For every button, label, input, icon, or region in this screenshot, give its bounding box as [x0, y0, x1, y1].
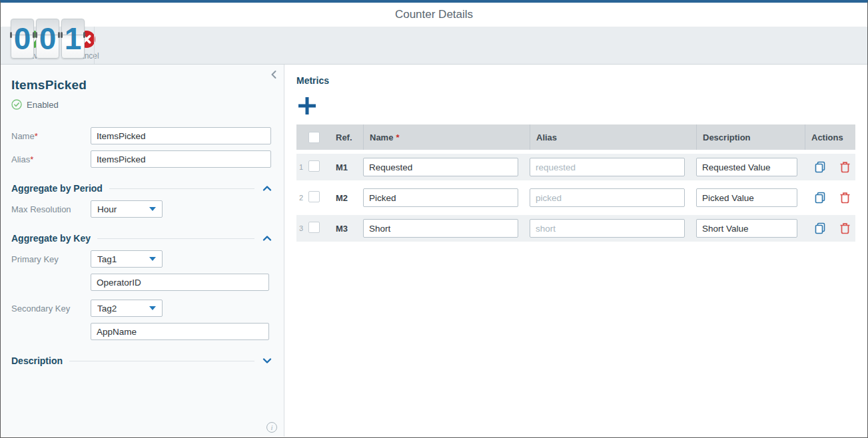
metric-description-cell — [696, 188, 805, 207]
metric-alias-input[interactable] — [530, 219, 685, 238]
hinge-peg — [35, 32, 37, 38]
delete-icon[interactable] — [839, 192, 851, 204]
header-name: Name* — [363, 124, 530, 150]
panel-collapse-icon[interactable] — [268, 69, 280, 81]
delete-icon[interactable] — [839, 161, 851, 173]
secondary-key-row: Secondary Key Tag2 — [11, 300, 273, 317]
metric-name-cell — [363, 219, 530, 238]
dropdown-arrow-icon — [149, 207, 156, 211]
row-select-checkbox[interactable] — [308, 222, 320, 233]
hinge-peg — [33, 32, 35, 38]
metric-actions-cell — [805, 161, 855, 173]
toolbar: 0 0 1 Save Cancel — [1, 27, 867, 65]
copy-icon[interactable] — [814, 192, 826, 204]
delete-icon[interactable] — [839, 222, 851, 234]
primary-key-row: Primary Key Tag1 — [11, 250, 273, 268]
section-divider — [69, 361, 254, 361]
info-icon[interactable]: i — [266, 422, 277, 433]
secondary-key-label: Secondary Key — [11, 304, 91, 314]
metric-row: 1 M1 — [296, 154, 855, 180]
metric-name-cell — [363, 158, 530, 176]
select-all-checkbox[interactable] — [308, 132, 320, 143]
alias-field-row: Alias* — [11, 150, 273, 168]
metric-name-input[interactable] — [363, 188, 518, 207]
metric-description-cell — [696, 219, 805, 238]
metric-alias-cell — [530, 219, 696, 238]
section-title: Aggregate by Period — [11, 183, 103, 194]
metric-alias-input[interactable] — [530, 188, 685, 207]
name-input[interactable] — [91, 127, 271, 144]
metric-ref: M3 — [330, 224, 363, 234]
alias-input[interactable] — [91, 150, 271, 168]
chevron-up-icon[interactable] — [261, 232, 273, 244]
metrics-panel: Metrics Ref. Name* Alias Description Act… — [284, 65, 867, 437]
counter-flip-icon: 0 0 1 — [11, 19, 85, 59]
toolbar-divider — [94, 27, 95, 64]
row-number: 2 — [299, 194, 303, 202]
dropdown-arrow-icon — [149, 257, 156, 261]
counter-digit: 0 — [14, 23, 31, 54]
row-number: 3 — [299, 224, 303, 232]
section-divider — [97, 238, 254, 239]
metric-name-input[interactable] — [363, 219, 518, 238]
name-field-row: Name* — [11, 127, 273, 144]
metric-alias-input[interactable] — [530, 158, 685, 176]
chevron-up-icon[interactable] — [261, 182, 273, 194]
dropdown-value: Tag1 — [97, 254, 117, 264]
flip-digit-card: 0 — [36, 19, 59, 59]
secondary-key-dropdown[interactable]: Tag2 — [91, 300, 163, 317]
header-alias: Alias — [530, 124, 696, 150]
header-description: Description — [696, 124, 805, 150]
metric-row: 2 M2 — [296, 184, 855, 211]
header-ref: Ref. — [330, 124, 363, 150]
flip-digit-card: 0 — [11, 19, 34, 59]
dropdown-value: Tag2 — [97, 304, 117, 314]
header-select-cell — [296, 124, 330, 150]
metric-description-input[interactable] — [696, 158, 797, 176]
header-actions: Actions — [805, 124, 855, 150]
add-metric-button[interactable] — [296, 95, 318, 116]
section-divider — [109, 188, 254, 189]
chevron-down-icon[interactable] — [261, 355, 273, 367]
counter-name-title: ItemsPicked — [11, 78, 273, 93]
description-section-header: Description — [11, 355, 273, 367]
max-resolution-dropdown[interactable]: Hour — [91, 200, 163, 218]
required-asterisk: * — [396, 132, 399, 142]
metric-ref: M1 — [330, 162, 363, 172]
hinge-peg — [61, 32, 63, 38]
enabled-status-label: Enabled — [27, 100, 59, 110]
metric-description-input[interactable] — [696, 188, 797, 207]
copy-icon[interactable] — [814, 222, 826, 234]
metric-name-cell — [363, 188, 530, 207]
primary-key-tag-input[interactable] — [91, 274, 269, 291]
window-title-bar: Counter Details — [1, 3, 867, 27]
metrics-title: Metrics — [296, 75, 855, 86]
primary-key-dropdown[interactable]: Tag1 — [91, 250, 163, 268]
counter-digit: 1 — [65, 23, 82, 54]
metric-alias-cell — [530, 188, 696, 207]
metrics-table-header: Ref. Name* Alias Description Actions — [296, 124, 855, 150]
hinge-peg — [83, 32, 85, 38]
primary-key-label: Primary Key — [11, 254, 91, 264]
metric-description-cell — [696, 158, 805, 176]
row-select-checkbox[interactable] — [308, 160, 320, 172]
row-select-checkbox[interactable] — [308, 191, 320, 202]
row-number: 1 — [299, 163, 303, 171]
aggregate-by-period-section-header: Aggregate by Period — [11, 182, 273, 194]
metric-row: 3 M3 — [296, 215, 855, 242]
counter-settings-panel: ItemsPicked Enabled Name* Alias* Aggrega… — [1, 65, 284, 437]
enabled-check-icon — [11, 99, 22, 110]
max-resolution-row: Max Resolution Hour — [11, 200, 273, 218]
counter-digit: 0 — [39, 23, 57, 54]
hinge-peg — [58, 32, 60, 38]
name-field-label: Name* — [11, 131, 91, 141]
metric-name-input[interactable] — [363, 158, 518, 176]
primary-key-tag-row — [11, 274, 273, 291]
metrics-table: Ref. Name* Alias Description Actions 1 M… — [296, 124, 855, 242]
secondary-key-tag-row — [11, 323, 273, 340]
copy-icon[interactable] — [814, 161, 826, 173]
enabled-status: Enabled — [11, 99, 273, 110]
page-title: Counter Details — [395, 8, 473, 21]
metric-description-input[interactable] — [696, 219, 797, 238]
secondary-key-tag-input[interactable] — [91, 323, 269, 340]
